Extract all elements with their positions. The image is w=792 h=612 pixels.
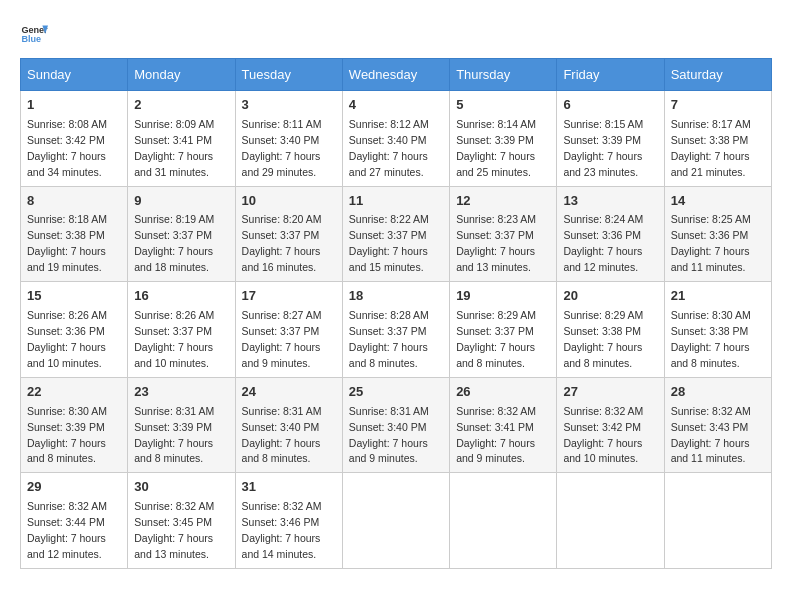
day-number: 22 [27,383,121,402]
day-info: Sunrise: 8:19 AMSunset: 3:37 PMDaylight:… [134,213,214,273]
day-number: 26 [456,383,550,402]
day-number: 30 [134,478,228,497]
day-cell: 1 Sunrise: 8:08 AMSunset: 3:42 PMDayligh… [21,91,128,187]
day-info: Sunrise: 8:28 AMSunset: 3:37 PMDaylight:… [349,309,429,369]
column-header-saturday: Saturday [664,59,771,91]
week-row-1: 1 Sunrise: 8:08 AMSunset: 3:42 PMDayligh… [21,91,772,187]
day-cell: 23 Sunrise: 8:31 AMSunset: 3:39 PMDaylig… [128,377,235,473]
day-info: Sunrise: 8:14 AMSunset: 3:39 PMDaylight:… [456,118,536,178]
day-info: Sunrise: 8:23 AMSunset: 3:37 PMDaylight:… [456,213,536,273]
logo: General Blue [20,20,48,48]
day-number: 13 [563,192,657,211]
day-cell: 24 Sunrise: 8:31 AMSunset: 3:40 PMDaylig… [235,377,342,473]
day-number: 25 [349,383,443,402]
day-cell: 11 Sunrise: 8:22 AMSunset: 3:37 PMDaylig… [342,186,449,282]
day-cell: 2 Sunrise: 8:09 AMSunset: 3:41 PMDayligh… [128,91,235,187]
day-cell: 25 Sunrise: 8:31 AMSunset: 3:40 PMDaylig… [342,377,449,473]
day-info: Sunrise: 8:27 AMSunset: 3:37 PMDaylight:… [242,309,322,369]
day-cell: 28 Sunrise: 8:32 AMSunset: 3:43 PMDaylig… [664,377,771,473]
day-info: Sunrise: 8:32 AMSunset: 3:45 PMDaylight:… [134,500,214,560]
column-header-friday: Friday [557,59,664,91]
day-number: 17 [242,287,336,306]
day-info: Sunrise: 8:09 AMSunset: 3:41 PMDaylight:… [134,118,214,178]
column-header-thursday: Thursday [450,59,557,91]
day-info: Sunrise: 8:32 AMSunset: 3:46 PMDaylight:… [242,500,322,560]
day-info: Sunrise: 8:11 AMSunset: 3:40 PMDaylight:… [242,118,322,178]
week-row-5: 29 Sunrise: 8:32 AMSunset: 3:44 PMDaylig… [21,473,772,569]
column-header-monday: Monday [128,59,235,91]
day-cell: 8 Sunrise: 8:18 AMSunset: 3:38 PMDayligh… [21,186,128,282]
day-info: Sunrise: 8:25 AMSunset: 3:36 PMDaylight:… [671,213,751,273]
day-number: 11 [349,192,443,211]
day-cell: 5 Sunrise: 8:14 AMSunset: 3:39 PMDayligh… [450,91,557,187]
calendar-table: SundayMondayTuesdayWednesdayThursdayFrid… [20,58,772,569]
day-cell [557,473,664,569]
day-number: 4 [349,96,443,115]
day-cell: 10 Sunrise: 8:20 AMSunset: 3:37 PMDaylig… [235,186,342,282]
day-number: 10 [242,192,336,211]
day-info: Sunrise: 8:24 AMSunset: 3:36 PMDaylight:… [563,213,643,273]
day-number: 28 [671,383,765,402]
day-info: Sunrise: 8:29 AMSunset: 3:38 PMDaylight:… [563,309,643,369]
day-number: 7 [671,96,765,115]
page-header: General Blue [20,20,772,48]
day-cell [450,473,557,569]
day-cell: 31 Sunrise: 8:32 AMSunset: 3:46 PMDaylig… [235,473,342,569]
day-cell: 14 Sunrise: 8:25 AMSunset: 3:36 PMDaylig… [664,186,771,282]
day-number: 2 [134,96,228,115]
column-header-wednesday: Wednesday [342,59,449,91]
day-info: Sunrise: 8:15 AMSunset: 3:39 PMDaylight:… [563,118,643,178]
day-cell: 4 Sunrise: 8:12 AMSunset: 3:40 PMDayligh… [342,91,449,187]
day-info: Sunrise: 8:18 AMSunset: 3:38 PMDaylight:… [27,213,107,273]
day-info: Sunrise: 8:31 AMSunset: 3:40 PMDaylight:… [349,405,429,465]
day-info: Sunrise: 8:26 AMSunset: 3:37 PMDaylight:… [134,309,214,369]
day-number: 16 [134,287,228,306]
day-cell: 21 Sunrise: 8:30 AMSunset: 3:38 PMDaylig… [664,282,771,378]
day-info: Sunrise: 8:32 AMSunset: 3:44 PMDaylight:… [27,500,107,560]
day-cell: 6 Sunrise: 8:15 AMSunset: 3:39 PMDayligh… [557,91,664,187]
day-info: Sunrise: 8:29 AMSunset: 3:37 PMDaylight:… [456,309,536,369]
week-row-4: 22 Sunrise: 8:30 AMSunset: 3:39 PMDaylig… [21,377,772,473]
week-row-2: 8 Sunrise: 8:18 AMSunset: 3:38 PMDayligh… [21,186,772,282]
day-cell: 22 Sunrise: 8:30 AMSunset: 3:39 PMDaylig… [21,377,128,473]
calendar-header-row: SundayMondayTuesdayWednesdayThursdayFrid… [21,59,772,91]
day-info: Sunrise: 8:22 AMSunset: 3:37 PMDaylight:… [349,213,429,273]
day-number: 8 [27,192,121,211]
day-cell: 9 Sunrise: 8:19 AMSunset: 3:37 PMDayligh… [128,186,235,282]
day-info: Sunrise: 8:32 AMSunset: 3:42 PMDaylight:… [563,405,643,465]
day-number: 24 [242,383,336,402]
day-info: Sunrise: 8:26 AMSunset: 3:36 PMDaylight:… [27,309,107,369]
day-number: 20 [563,287,657,306]
day-number: 21 [671,287,765,306]
day-cell: 20 Sunrise: 8:29 AMSunset: 3:38 PMDaylig… [557,282,664,378]
day-number: 18 [349,287,443,306]
day-cell: 15 Sunrise: 8:26 AMSunset: 3:36 PMDaylig… [21,282,128,378]
day-cell: 29 Sunrise: 8:32 AMSunset: 3:44 PMDaylig… [21,473,128,569]
day-cell: 26 Sunrise: 8:32 AMSunset: 3:41 PMDaylig… [450,377,557,473]
svg-text:Blue: Blue [21,34,41,44]
day-info: Sunrise: 8:20 AMSunset: 3:37 PMDaylight:… [242,213,322,273]
day-info: Sunrise: 8:12 AMSunset: 3:40 PMDaylight:… [349,118,429,178]
day-cell [342,473,449,569]
day-cell: 16 Sunrise: 8:26 AMSunset: 3:37 PMDaylig… [128,282,235,378]
day-info: Sunrise: 8:32 AMSunset: 3:41 PMDaylight:… [456,405,536,465]
day-number: 23 [134,383,228,402]
day-cell: 13 Sunrise: 8:24 AMSunset: 3:36 PMDaylig… [557,186,664,282]
day-cell: 30 Sunrise: 8:32 AMSunset: 3:45 PMDaylig… [128,473,235,569]
day-number: 14 [671,192,765,211]
day-cell: 18 Sunrise: 8:28 AMSunset: 3:37 PMDaylig… [342,282,449,378]
day-cell [664,473,771,569]
day-cell: 3 Sunrise: 8:11 AMSunset: 3:40 PMDayligh… [235,91,342,187]
day-info: Sunrise: 8:30 AMSunset: 3:39 PMDaylight:… [27,405,107,465]
day-cell: 19 Sunrise: 8:29 AMSunset: 3:37 PMDaylig… [450,282,557,378]
day-number: 1 [27,96,121,115]
day-number: 29 [27,478,121,497]
day-cell: 17 Sunrise: 8:27 AMSunset: 3:37 PMDaylig… [235,282,342,378]
column-header-sunday: Sunday [21,59,128,91]
day-info: Sunrise: 8:31 AMSunset: 3:39 PMDaylight:… [134,405,214,465]
day-number: 15 [27,287,121,306]
day-number: 12 [456,192,550,211]
day-number: 27 [563,383,657,402]
day-info: Sunrise: 8:30 AMSunset: 3:38 PMDaylight:… [671,309,751,369]
day-number: 3 [242,96,336,115]
